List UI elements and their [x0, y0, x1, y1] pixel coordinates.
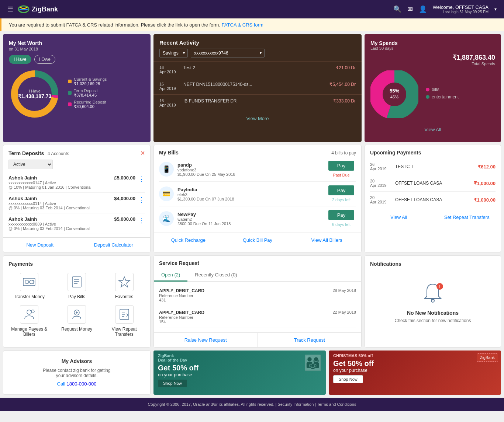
view-repeat-icon — [115, 305, 134, 324]
second-row: Term Deposits 4 Accounts ✕ Active Inacti… — [0, 145, 504, 255]
upcoming-list: 26Apr 2019 TESTC T ₹612.00 20Apr 2019 OF… — [365, 158, 501, 208]
user-icon: 👤 — [419, 5, 427, 13]
spends-view-all-button[interactable]: View All — [370, 123, 495, 136]
upcoming-title: Upcoming Payments — [365, 145, 501, 158]
service-footer: Raise New Request Track Request — [154, 332, 361, 347]
set-repeat-transfers-button[interactable]: Set Repeat Transfers — [433, 210, 501, 224]
bills-subtitle: 4 bills to pay — [331, 150, 356, 156]
td-item-3-more[interactable]: ⋮ — [138, 216, 145, 224]
view-all-billers-button[interactable]: View All Billers — [292, 233, 361, 247]
logo: ZigBank — [18, 5, 58, 14]
spends-amount: ₹1,887,863.40 — [370, 53, 495, 62]
td-list: Ashok Jainh xxxxxxxxxxxx0147 | Active @ … — [3, 172, 150, 234]
tab-closed[interactable]: Recently Closed (0) — [187, 269, 244, 281]
manage-payees-item[interactable]: Manage Payees &Billers — [8, 305, 50, 337]
legend-dot-term — [68, 91, 72, 95]
notification-badge: ! — [436, 283, 443, 290]
service-item-1: 28 May 2018 APPLY_DEBIT_CARD Reference N… — [159, 285, 356, 306]
user-menu-chevron[interactable]: ▾ — [494, 7, 497, 12]
deal-shop-button[interactable]: Shop Now — [158, 380, 187, 387]
service-tabs: Open (2) Recently Closed (0) — [154, 269, 361, 282]
bill-pay-area-1: Pay Past Due — [327, 161, 356, 178]
mail-icon[interactable]: ✉ — [407, 5, 413, 13]
td-item-3: Ashok Jainh xxxxxxxxxxxx0089 | Active @ … — [8, 213, 145, 234]
third-row: Payments Transfer Money — [0, 255, 504, 350]
tab-open[interactable]: Open (2) — [154, 269, 187, 282]
view-more-button[interactable]: View More — [153, 111, 362, 126]
deal-banner: ZigBankDeal of the Day Get 50% off on yo… — [153, 350, 326, 395]
activity-amount-1: ₹21.00 Dr — [336, 65, 356, 74]
transfer-money-label: Transfer Money — [14, 294, 45, 299]
christmas-zigbank-tag: ZigBank — [477, 353, 498, 362]
pay-button-2[interactable]: Pay — [328, 185, 354, 195]
legend-item-term: Term Deposit ₹378,414.45 — [68, 88, 107, 98]
td-item-3-account: xxxxxxxxxxxx0089 | Active — [8, 222, 114, 226]
new-deposit-button[interactable]: New Deposit — [3, 238, 77, 252]
advisors-phone-link[interactable]: 1800-000-000 — [67, 381, 97, 387]
footer-text: Copyright © 2006, 2017, Oracle and/or it… — [148, 402, 356, 407]
bills-list: 📱 pandp vodafone3 $1,900.00 Due On 25 Ma… — [154, 157, 361, 231]
td-item-2-amount: $4,000.00 — [114, 196, 135, 201]
account-filter[interactable]: xxxxxxxxxxx9746 — [191, 49, 265, 57]
pay-bills-item[interactable]: Pay Bills — [56, 273, 98, 299]
bill-icon-3: 🌊 — [159, 211, 174, 226]
my-bills-card: My Bills 4 bills to pay 📱 pandp vodafone… — [153, 145, 362, 252]
spends-title: My Spends — [370, 40, 495, 46]
service-item-1-title: APPLY_DEBIT_CARD — [159, 288, 356, 293]
track-request-button[interactable]: Track Request — [258, 333, 362, 347]
christmas-shop-button[interactable]: Shop Now — [333, 375, 363, 383]
upcoming-amount-3: ₹1,000.00 — [474, 197, 496, 203]
raise-request-button[interactable]: Raise New Request — [154, 333, 258, 347]
net-worth-date: on 31 May 2018 — [9, 47, 145, 51]
td-status-filter[interactable]: Active Inactive All — [8, 160, 53, 169]
bill-due-3: £800.00 Due On 11 Jun 2018 — [177, 222, 323, 226]
bill-provider-2: eleh3 — [177, 192, 323, 197]
td-item-1-amount: £5,000.00 — [114, 175, 135, 181]
search-icon[interactable]: 🔍 — [393, 5, 401, 13]
upcoming-payments-card: Upcoming Payments 26Apr 2019 TESTC T ₹61… — [365, 145, 501, 252]
activity-desc-3: IB FUNDS TRANSFER DR — [180, 98, 333, 107]
bill-provider-3: waterh2 — [177, 217, 323, 222]
td-item-2-more[interactable]: ⋮ — [138, 196, 145, 204]
spends-legend: bills entertainment — [426, 87, 459, 102]
i-have-button[interactable]: I Have — [9, 55, 31, 64]
upcoming-view-all-button[interactable]: View All — [365, 210, 433, 224]
td-item-3-amount: $5,000.00 — [114, 216, 135, 222]
entertainment-dot — [426, 95, 429, 99]
favorites-item[interactable]: Favorites — [103, 273, 145, 299]
spends-total-label: Total Spends — [370, 62, 495, 66]
favorites-icon — [115, 273, 134, 291]
welcome-text: Welcome, OFFSET CASA — [433, 4, 489, 10]
deposit-calculator-button[interactable]: Deposit Calculator — [77, 238, 151, 252]
quick-bill-pay-button[interactable]: Quick Bill Pay — [223, 233, 293, 247]
service-item-2-ref: Reference Number154 — [159, 315, 356, 324]
view-repeat-label: View RepeatTransfers — [112, 327, 137, 337]
upcoming-desc-1: TESTC T — [395, 164, 475, 169]
upcoming-desc-2: OFFSET LOANS CASA — [395, 181, 471, 186]
legend-label-current: Current & Savings ₹1,029,169.28 — [74, 77, 107, 86]
hamburger-icon[interactable]: ☰ — [7, 5, 13, 13]
td-item-1-more[interactable]: ⋮ — [138, 175, 145, 183]
pay-button-1[interactable]: Pay — [328, 161, 354, 171]
request-money-item[interactable]: Request Money — [56, 305, 98, 337]
first-row: My Net Worth on 31 May 2018 I Have I Owe — [0, 31, 504, 145]
pay-button-3[interactable]: Pay — [328, 210, 354, 220]
td-close-icon[interactable]: ✕ — [140, 150, 145, 157]
bill-item-2: 💳 PayIndia eleh3 $1,300.00 Due On 07 Jun… — [159, 182, 356, 206]
deal-title: Get 50% off — [158, 364, 199, 372]
activity-desc-1: Test 2 — [180, 65, 336, 74]
transfer-money-item[interactable]: Transfer Money — [8, 273, 50, 299]
i-owe-button[interactable]: I Owe — [34, 55, 55, 64]
notifications-title: Notifications — [370, 261, 496, 267]
td-header-left: Term Deposits 4 Accounts — [8, 150, 69, 156]
christmas-banner: CHRISTMAS 50% off Get 50% off on your pu… — [329, 350, 501, 395]
activity-list: 16Apr 2019 Test 2 ₹21.00 Dr 16Apr 2019 N… — [153, 61, 362, 111]
view-repeat-item[interactable]: View RepeatTransfers — [103, 305, 145, 337]
bill-item-3: 🌊 NewPay waterh2 £800.00 Due On 11 Jun 2… — [159, 206, 356, 231]
td-item-3-name: Ashok Jainh — [8, 216, 114, 222]
quick-recharge-button[interactable]: Quick Recharge — [154, 233, 223, 247]
alert-link[interactable]: FATCA & CRS form — [222, 22, 263, 28]
svg-rect-12 — [72, 277, 81, 287]
savings-filter[interactable]: Savings — [159, 49, 188, 57]
bills-title: My Bills — [159, 150, 179, 156]
